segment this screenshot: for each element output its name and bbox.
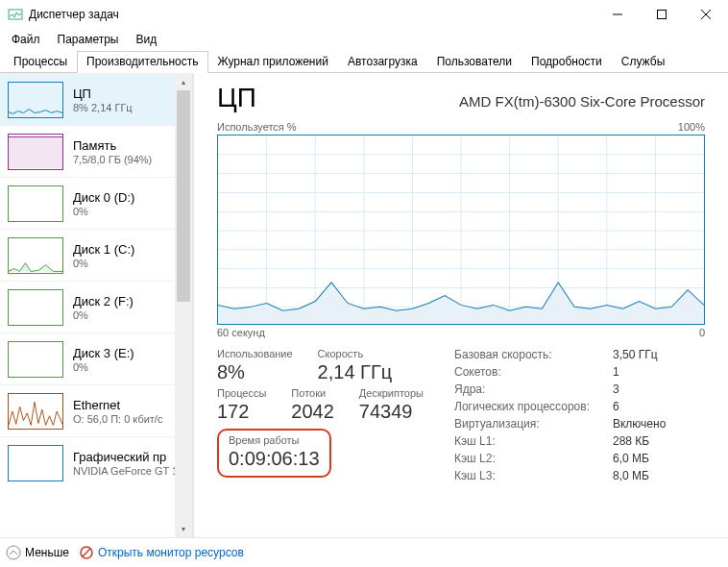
sidebar: ЦП 8% 2,14 ГГц Память 7,5/8,0 ГБ (94%) Д… [0,73,194,537]
processes-label: Процессы [217,387,266,399]
sidebar-item-gpu[interactable]: Графический пр NVIDIA GeForce GT 1 [0,436,192,488]
l3-value: 8,0 МБ [613,469,666,482]
sidebar-gpu-title: Графический пр [73,450,178,464]
scrollbar-thumb[interactable] [177,90,190,302]
speed-value: 2,14 ГГц [318,361,393,383]
uptime-label: Время работы [229,434,320,446]
sidebar-memory-sub: 7,5/8,0 ГБ (94%) [73,154,152,165]
sidebar-ethernet-sub: О: 56,0 П: 0 кбит/с [73,413,162,425]
cores-value: 3 [613,382,666,396]
tab-performance[interactable]: Производительность [77,51,207,73]
svg-rect-2 [658,11,667,19]
speed-label: Скорость [318,348,393,359]
chart-util-max: 100% [678,121,705,133]
tab-app-history[interactable]: Журнал приложений [208,51,338,73]
sidebar-item-disk3[interactable]: Диск 3 (E:) 0% [0,333,192,384]
open-resource-monitor-link[interactable]: Открыть монитор ресурсов [79,545,244,560]
threads-value: 2042 [291,401,334,423]
close-button[interactable] [684,0,728,29]
virt-value: Включено [613,417,666,431]
gpu-mini-chart [8,445,63,481]
tab-processes[interactable]: Процессы [4,51,77,73]
scroll-down-arrow[interactable]: ▾ [175,520,192,537]
l2-label: Кэш L2: [454,452,590,465]
l3-label: Кэш L3: [454,469,590,482]
minimize-button[interactable] [595,0,640,29]
menu-file[interactable]: Файл [4,31,48,48]
usage-label: Использование [217,348,293,359]
titlebar: Диспетчер задач [0,0,728,29]
l1-label: Кэш L1: [454,434,590,448]
disk0-mini-chart [8,185,63,222]
cpu-chart[interactable] [217,135,705,325]
chart-time-zero: 0 [699,327,705,338]
base-speed-value: 3,50 ГГц [613,348,666,361]
sidebar-cpu-sub: 8% 2,14 ГГц [73,102,133,113]
sidebar-disk3-sub: 0% [73,361,134,373]
fewer-details-button[interactable]: Меньше [6,545,69,560]
uptime-highlight: Время работы 0:09:06:13 [217,429,331,478]
scroll-up-arrow[interactable]: ▴ [175,73,192,90]
footer: Меньше Открыть монитор ресурсов [0,537,728,566]
svg-rect-5 [9,136,62,168]
l1-value: 288 КБ [613,434,666,448]
l2-value: 6,0 МБ [613,452,666,465]
menubar: Файл Параметры Вид [0,29,728,50]
logical-label: Логических процессоров: [454,400,590,413]
sidebar-scrollbar[interactable]: ▴ ▾ [175,73,192,537]
sidebar-gpu-sub: NVIDIA GeForce GT 1 [73,465,178,477]
cpu-title: ЦП [217,83,256,113]
sidebar-memory-title: Память [73,138,152,153]
sidebar-item-disk0[interactable]: Диск 0 (D:) 0% [0,177,192,229]
logical-value: 6 [613,400,666,413]
fewer-details-label: Меньше [25,546,69,559]
maximize-button[interactable] [640,0,684,29]
tab-startup[interactable]: Автозагрузка [338,51,427,73]
sidebar-cpu-title: ЦП [73,86,133,101]
tab-users[interactable]: Пользователи [427,51,522,73]
sidebar-item-disk2[interactable]: Диск 2 (F:) 0% [0,281,192,333]
main-panel: ЦП AMD FX(tm)-6300 Six-Core Processor Ис… [194,73,728,537]
sidebar-item-memory[interactable]: Память 7,5/8,0 ГБ (94%) [0,125,192,177]
sidebar-item-disk1[interactable]: Диск 1 (C:) 0% [0,229,192,281]
sidebar-disk0-sub: 0% [73,206,134,217]
sidebar-disk2-title: Диск 2 (F:) [73,294,133,308]
app-icon [8,7,23,22]
threads-label: Потоки [291,387,334,399]
svg-line-27 [83,549,90,556]
disk3-mini-chart [8,341,63,378]
base-speed-label: Базовая скорость: [454,348,590,361]
svg-point-25 [7,546,20,559]
sidebar-item-cpu[interactable]: ЦП 8% 2,14 ГГц [0,73,192,125]
sidebar-disk3-title: Диск 3 (E:) [73,346,134,360]
tabbar: Процессы Производительность Журнал прило… [0,50,728,73]
window-title: Диспетчер задач [29,8,595,21]
sidebar-disk1-title: Диск 1 (C:) [73,242,134,257]
cpu-mini-chart [8,82,63,118]
chart-util-label: Используется % [217,121,297,133]
menu-options[interactable]: Параметры [50,31,127,48]
usage-value: 8% [217,361,293,383]
sockets-value: 1 [613,365,666,379]
sidebar-disk1-sub: 0% [73,258,134,269]
tab-services[interactable]: Службы [612,51,674,73]
uptime-value: 0:09:06:13 [229,448,320,470]
handles-label: Дескрипторы [359,387,424,399]
monitor-icon [79,545,94,560]
sockets-label: Сокетов: [454,365,590,379]
virt-label: Виртуализация: [454,417,590,431]
sidebar-ethernet-title: Ethernet [73,398,162,412]
sidebar-item-ethernet[interactable]: Ethernet О: 56,0 П: 0 кбит/с [0,384,192,436]
open-resource-monitor-label: Открыть монитор ресурсов [98,546,244,559]
memory-mini-chart [8,134,63,170]
ethernet-mini-chart [8,393,63,430]
handles-value: 74349 [359,401,424,423]
sidebar-disk2-sub: 0% [73,309,133,321]
chevron-up-icon [6,545,21,560]
cpu-model: AMD FX(tm)-6300 Six-Core Processor [459,93,705,110]
processes-value: 172 [217,401,266,423]
menu-view[interactable]: Вид [128,31,164,48]
cores-label: Ядра: [454,382,590,396]
chart-time-span: 60 секунд [217,327,265,338]
tab-details[interactable]: Подробности [522,51,612,73]
